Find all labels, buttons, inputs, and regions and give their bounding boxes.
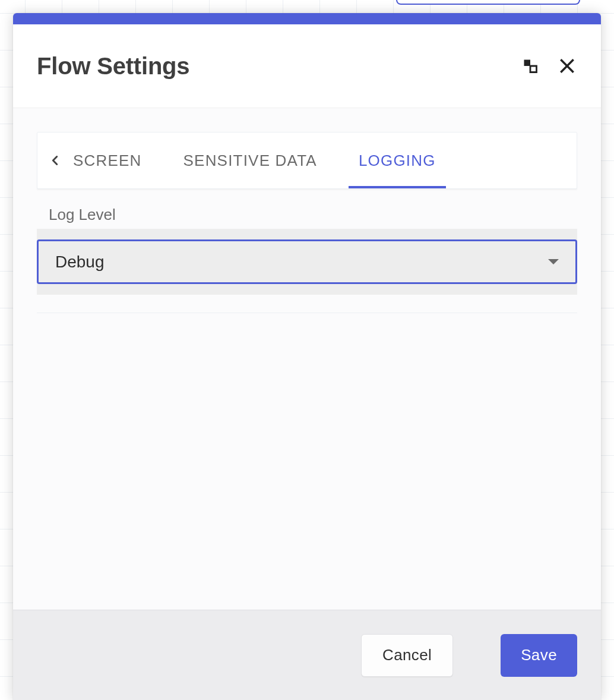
tab-bar: SCREEN SENSITIVE DATA LOGGING (37, 132, 577, 189)
close-icon[interactable] (557, 56, 577, 76)
minimize-icon[interactable] (520, 56, 540, 76)
cancel-button[interactable]: Cancel (361, 634, 453, 677)
flow-settings-modal: Flow Settings (13, 13, 601, 700)
log-level-label: Log Level (49, 206, 577, 224)
tab-strip: SCREEN SENSITIVE DATA LOGGING (73, 133, 577, 188)
modal-footer: Cancel Save (13, 610, 601, 700)
modal-accent-bar (13, 13, 601, 24)
log-level-field: Log Level Debug (37, 206, 577, 313)
log-level-select[interactable]: Debug (37, 239, 577, 284)
tab-screen[interactable]: SCREEN (73, 133, 163, 188)
chevron-down-icon (548, 259, 559, 264)
modal-body: SCREEN SENSITIVE DATA LOGGING Log Level … (13, 108, 601, 610)
log-level-value: Debug (55, 253, 105, 272)
tabs-scroll-left-icon[interactable] (37, 133, 73, 188)
header-actions (520, 56, 577, 76)
tab-label: SENSITIVE DATA (183, 152, 317, 170)
modal-title: Flow Settings (37, 53, 189, 80)
tab-label: SCREEN (73, 152, 142, 170)
modal-header: Flow Settings (13, 24, 601, 108)
tab-sensitive-data[interactable]: SENSITIVE DATA (163, 133, 338, 188)
tab-logging[interactable]: LOGGING (338, 133, 457, 188)
log-level-select-wrap: Debug (37, 229, 577, 295)
tab-label: LOGGING (359, 152, 436, 170)
save-button[interactable]: Save (501, 634, 577, 677)
background-pill (396, 0, 580, 5)
